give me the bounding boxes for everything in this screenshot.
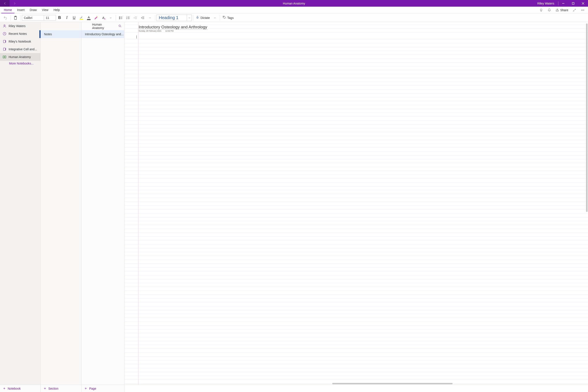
font-name-input[interactable]: Calibri: [22, 15, 44, 21]
notebook-icon: [2, 48, 6, 51]
dictate-button[interactable]: Dictate: [194, 16, 211, 20]
forward-button[interactable]: [10, 0, 19, 7]
underline-button[interactable]: U: [70, 14, 78, 22]
tab-home[interactable]: Home: [1, 7, 14, 13]
maximize-button[interactable]: [568, 0, 578, 7]
open-notebook-icon: [2, 55, 6, 59]
margin-line: [138, 22, 138, 385]
canvas-wrap: Introductory Osteology and Arthrology Su…: [124, 22, 588, 385]
vertical-scrollbar[interactable]: [586, 24, 588, 212]
bullet-list-button[interactable]: [117, 14, 124, 22]
tags-button[interactable]: Tags: [221, 16, 235, 20]
back-button[interactable]: [0, 0, 10, 7]
add-notebook-button[interactable]: ＋ Notebook: [0, 385, 40, 392]
recent-notes-button[interactable]: Recent Notes: [0, 30, 40, 38]
notebook-item-anatomy[interactable]: Human Anatomy: [0, 53, 40, 61]
separator: [10, 15, 10, 21]
style-label: Heading 1: [157, 15, 187, 20]
section-label: Notes: [44, 32, 52, 36]
share-button[interactable]: Share: [554, 8, 570, 12]
separator: [155, 15, 155, 21]
pages-header-title: Human Anatomy: [92, 23, 114, 30]
svg-rect-21: [6, 48, 6, 48]
page-item[interactable]: Introductory Osteology and...: [82, 30, 124, 38]
outdent-button[interactable]: [132, 14, 139, 22]
tab-view[interactable]: View: [39, 7, 51, 13]
svg-point-1: [581, 10, 582, 10]
font-size-input[interactable]: 11: [44, 15, 56, 21]
notebook-icon: [2, 40, 6, 43]
add-page-button[interactable]: ＋ Page: [82, 385, 124, 392]
add-page-label: Page: [89, 387, 96, 390]
tab-help[interactable]: Help: [51, 7, 62, 13]
paragraph-more-dropdown[interactable]: [146, 14, 154, 22]
svg-point-7: [119, 18, 120, 18]
indent-button[interactable]: [139, 14, 146, 22]
style-selector[interactable]: Heading 1: [156, 14, 192, 21]
share-label: Share: [560, 8, 568, 12]
format-painter-button[interactable]: [92, 14, 100, 22]
clipboard-button[interactable]: [12, 14, 19, 22]
svg-rect-0: [572, 2, 574, 4]
svg-point-14: [4, 25, 5, 26]
svg-rect-23: [6, 50, 6, 50]
font-more-dropdown[interactable]: [107, 14, 114, 22]
note-canvas[interactable]: Introductory Osteology and Arthrology Su…: [124, 22, 588, 385]
clear-formatting-button[interactable]: A◇: [100, 14, 107, 22]
tab-draw[interactable]: Draw: [27, 7, 39, 13]
page-date: Sunday, 28 February 2021: [138, 30, 162, 32]
section-item-notes[interactable]: Notes: [40, 30, 81, 38]
clock-icon: [2, 32, 6, 36]
plus-icon: ＋: [84, 386, 88, 391]
notebook-label: Riley's Notebook: [8, 40, 31, 43]
pages-panel: Human Anatomy Introductory Osteology and…: [82, 22, 124, 385]
notebooks-panel: Riley Waters Recent Notes Riley's Notebo…: [0, 22, 40, 385]
text-cursor: [136, 36, 137, 38]
notebook-label: Human Anatomy: [8, 55, 31, 59]
minimize-button[interactable]: [558, 0, 568, 7]
document-title: Human Anatomy: [283, 2, 305, 5]
notebook-item-integrative[interactable]: Integrative Cell and...: [0, 45, 40, 53]
account-button[interactable]: Riley Waters: [0, 22, 40, 30]
page-meta: Sunday, 28 February 2021 12:02 PM: [138, 30, 174, 32]
svg-rect-12: [197, 16, 198, 18]
lightbulb-icon[interactable]: [538, 7, 544, 13]
svg-point-24: [119, 25, 120, 26]
fullscreen-icon[interactable]: [571, 7, 578, 13]
close-button[interactable]: [578, 0, 588, 7]
svg-rect-18: [6, 41, 6, 42]
add-notebook-label: Notebook: [8, 387, 21, 390]
add-section-button[interactable]: ＋ Section: [40, 385, 82, 392]
search-button[interactable]: [118, 24, 122, 28]
separator: [20, 15, 21, 21]
main-area: Riley Waters Recent Notes Riley's Notebo…: [0, 22, 588, 385]
recent-notes-label: Recent Notes: [8, 32, 27, 36]
ribbon-toolbar: Calibri 11 B I U A A◇ 123: [0, 14, 588, 22]
page-title[interactable]: Introductory Osteology and Arthrology: [138, 25, 208, 30]
notifications-icon[interactable]: [546, 7, 552, 13]
sections-panel: Notes: [40, 22, 82, 385]
highlight-button[interactable]: [78, 14, 85, 22]
svg-point-13: [223, 16, 224, 17]
svg-point-2: [582, 10, 583, 10]
more-icon[interactable]: [580, 7, 586, 13]
dictate-label: Dictate: [200, 16, 210, 20]
notebook-label: Integrative Cell and...: [8, 48, 37, 51]
chevron-down-icon[interactable]: [187, 15, 192, 21]
dictate-dropdown[interactable]: [211, 14, 218, 22]
tags-label: Tags: [228, 16, 234, 20]
svg-rect-20: [4, 48, 5, 50]
font-color-button[interactable]: A: [85, 14, 92, 22]
undo-button[interactable]: [2, 14, 9, 22]
italic-button[interactable]: I: [63, 14, 70, 22]
user-menu[interactable]: Riley Waters: [534, 2, 558, 5]
more-notebooks-link[interactable]: More Notebooks...: [0, 61, 40, 65]
horizontal-scrollbar[interactable]: [332, 383, 452, 384]
titlebar: Human Anatomy Riley Waters: [0, 0, 588, 7]
plus-icon: ＋: [43, 386, 47, 391]
numbered-list-button[interactable]: 123: [124, 14, 132, 22]
tab-insert[interactable]: Insert: [14, 7, 27, 13]
notebook-item-rileys[interactable]: Riley's Notebook: [0, 38, 40, 45]
bold-button[interactable]: B: [56, 14, 63, 22]
svg-rect-19: [6, 42, 6, 42]
